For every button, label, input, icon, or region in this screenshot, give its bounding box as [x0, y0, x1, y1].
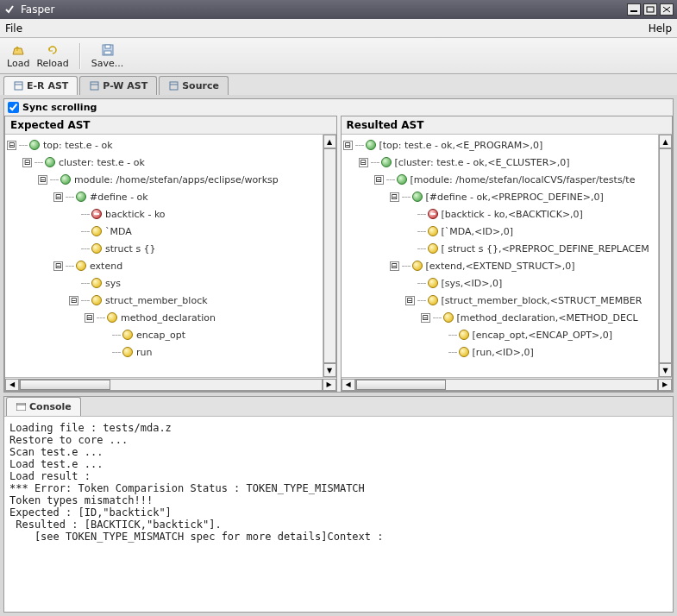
console-tab-label: Console	[29, 401, 72, 412]
status-error-icon	[428, 209, 438, 219]
tree-leaf-icon	[405, 227, 415, 236]
tree-toggle[interactable]: ⊟	[390, 261, 399, 271]
tree-connector	[417, 231, 426, 232]
status-warn-icon	[428, 295, 438, 305]
tree-toggle[interactable]: ⊟	[53, 261, 63, 271]
scroll-up-button[interactable]: ▲	[323, 135, 336, 148]
vertical-scrollbar[interactable]: ▲ ▼	[658, 135, 672, 377]
status-warn-icon	[443, 312, 454, 323]
menubar: File Help	[0, 19, 677, 38]
tree-node[interactable]: [encap_opt,<ENCAP_OPT>,0]	[343, 326, 671, 343]
svg-rect-6	[104, 51, 111, 54]
scroll-left-button[interactable]: ◀	[5, 379, 19, 391]
resulted-ast-tree[interactable]: ⊟[top: test.e - ok,<E_PROGRAM>,0]⊟[clust…	[342, 135, 673, 362]
scroll-right-button[interactable]: ▶	[658, 379, 672, 391]
tree-leaf-icon	[100, 348, 110, 357]
menu-help[interactable]: Help	[649, 22, 672, 35]
tree-toggle[interactable]: ⊟	[390, 192, 399, 202]
vertical-scrollbar[interactable]: ▲ ▼	[323, 135, 336, 377]
load-button[interactable]: Load	[7, 43, 29, 69]
svg-rect-7	[15, 82, 22, 90]
tab-e-r-ast[interactable]: E-R AST	[3, 76, 78, 95]
tree-toggle[interactable]: ⊟	[85, 313, 94, 323]
tree-connector	[417, 214, 426, 215]
status-ok-icon	[45, 157, 55, 167]
tree-node[interactable]: ⊟module: /home/stefan/apps/eclipse/works…	[7, 171, 335, 188]
tree-node[interactable]: [run,<ID>,0]	[343, 343, 671, 361]
sync-scrolling-checkbox[interactable]	[8, 102, 19, 113]
tree-node[interactable]: `MDA	[7, 223, 335, 240]
minimize-button[interactable]	[627, 3, 641, 16]
tree-node[interactable]: backtick - ko	[7, 205, 335, 223]
svg-rect-13	[16, 403, 26, 411]
tree-toggle[interactable]: ⊟	[22, 158, 32, 167]
svg-rect-9	[91, 82, 98, 90]
status-warn-icon	[459, 330, 469, 340]
tree-toggle[interactable]: ⊟	[405, 296, 415, 305]
reload-button[interactable]: Reload	[36, 43, 68, 69]
tree-toggle[interactable]: ⊟	[343, 141, 353, 150]
scroll-down-button[interactable]: ▼	[659, 363, 672, 377]
close-button[interactable]	[660, 3, 674, 16]
save-button[interactable]: Save...	[91, 43, 124, 69]
tree-toggle[interactable]: ⊟	[359, 158, 368, 167]
expected-ast-panel: Expected AST ⊟top: test.e - ok⊟cluster: …	[4, 116, 337, 392]
tree-node[interactable]: ⊟cluster: test.e - ok	[7, 154, 335, 171]
tree-toggle[interactable]: ⊟	[7, 141, 16, 150]
reload-label: Reload	[36, 58, 68, 69]
tree-node-label: backtick - ko	[105, 209, 166, 220]
window-title: Fasper	[21, 3, 54, 16]
horizontal-scrollbar[interactable]: ◀ ▶	[5, 377, 336, 391]
svg-rect-1	[647, 7, 654, 12]
tree-node[interactable]: encap_opt	[7, 326, 335, 343]
tree-node[interactable]: struct s {}	[7, 240, 335, 257]
scroll-up-button[interactable]: ▲	[659, 135, 672, 148]
scroll-right-button[interactable]: ▶	[323, 379, 336, 391]
tree-node[interactable]: [`MDA,<ID>,0]	[343, 223, 671, 240]
scroll-down-button[interactable]: ▼	[323, 363, 336, 377]
tree-connector	[402, 197, 411, 198]
status-warn-icon	[91, 243, 102, 254]
tree-leaf-icon	[436, 348, 446, 357]
tab-p-w-ast[interactable]: P-W AST	[79, 76, 157, 95]
status-warn-icon	[428, 243, 438, 254]
tree-node[interactable]: ⊟method_declaration	[7, 309, 335, 326]
status-ok-icon	[366, 140, 376, 150]
tree-node[interactable]: [ struct s {},<PREPROC_DEFINE_REPLACEM	[343, 240, 671, 257]
tree-connector	[66, 197, 74, 198]
expected-ast-tree[interactable]: ⊟top: test.e - ok⊟cluster: test.e - ok⊟m…	[5, 135, 336, 362]
tree-node-label: [run,<ID>,0]	[473, 347, 534, 358]
tab-source[interactable]: Source	[159, 76, 229, 95]
tree-connector	[417, 300, 426, 301]
tree-node[interactable]: ⊟struct_member_block	[7, 292, 335, 309]
tree-toggle[interactable]: ⊟	[53, 192, 63, 202]
menu-file[interactable]: File	[5, 22, 22, 35]
expected-ast-title: Expected AST	[5, 116, 336, 135]
tree-node[interactable]: ⊟extend	[7, 257, 335, 274]
tree-node[interactable]: ⊟[extend,<EXTEND_STRUCT>,0]	[343, 257, 671, 274]
sync-panel: Sync scrolling Expected AST ⊟top: test.e…	[3, 98, 674, 393]
tree-node[interactable]: ⊟#define - ok	[7, 188, 335, 205]
tree-node[interactable]: ⊟[cluster: test.e - ok,<E_CLUSTER>,0]	[343, 154, 671, 171]
tree-toggle[interactable]: ⊟	[421, 313, 430, 323]
tree-node[interactable]: ⊟[top: test.e - ok,<E_PROGRAM>,0]	[343, 136, 671, 154]
tree-node[interactable]: ⊟[struct_member_block,<STRUCT_MEMBER	[343, 292, 671, 309]
console-output[interactable]: Loading file : tests/mda.z Restore to co…	[4, 416, 673, 612]
tree-node[interactable]: ⊟[#define - ok,<PREPROC_DEFINE>,0]	[343, 188, 671, 205]
maximize-button[interactable]	[643, 3, 657, 16]
tree-node[interactable]: ⊟top: test.e - ok	[7, 136, 335, 154]
tree-node[interactable]: ⊟[method_declaration,<METHOD_DECL	[343, 309, 671, 326]
tree-toggle[interactable]: ⊟	[374, 175, 384, 185]
scroll-left-button[interactable]: ◀	[342, 379, 355, 391]
horizontal-scrollbar[interactable]: ◀ ▶	[342, 377, 673, 391]
tree-node[interactable]: run	[7, 343, 335, 361]
tree-node[interactable]: sys	[7, 274, 335, 292]
status-warn-icon	[428, 226, 438, 236]
tree-node[interactable]: [backtick - ko,<BACKTICK>,0]	[343, 205, 671, 223]
tree-toggle[interactable]: ⊟	[69, 296, 78, 305]
tree-node[interactable]: [sys,<ID>,0]	[343, 274, 671, 292]
tab-console[interactable]: Console	[6, 397, 81, 416]
tree-toggle[interactable]: ⊟	[38, 175, 47, 185]
tree-node[interactable]: ⊟[module: /home/stefan/localCVS/fasper/t…	[343, 171, 671, 188]
tree-leaf-icon	[405, 244, 415, 254]
